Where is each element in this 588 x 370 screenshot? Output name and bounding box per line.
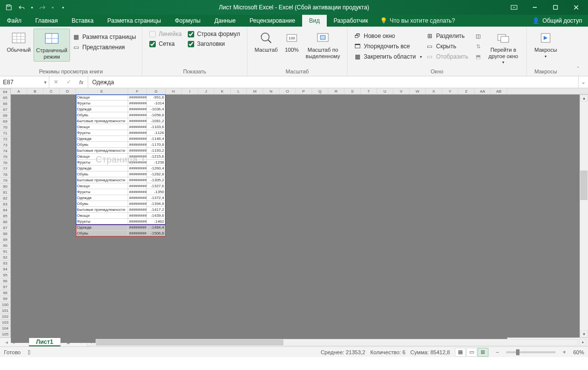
cell[interactable]	[27, 154, 43, 160]
cell[interactable]	[263, 124, 279, 130]
cell[interactable]	[475, 254, 491, 260]
cell[interactable]: -1036,4	[147, 106, 166, 112]
cell[interactable]	[231, 242, 247, 248]
cell[interactable]	[182, 231, 198, 236]
cell[interactable]: ########	[128, 225, 147, 231]
cell[interactable]	[296, 136, 312, 142]
cell[interactable]	[361, 331, 377, 337]
cell[interactable]	[60, 325, 76, 331]
cell[interactable]	[328, 154, 345, 160]
cell[interactable]	[60, 331, 76, 337]
cell[interactable]	[231, 189, 247, 195]
cell[interactable]	[182, 136, 198, 142]
cell[interactable]	[426, 242, 442, 248]
cell[interactable]	[214, 195, 231, 201]
cell[interactable]	[491, 266, 507, 272]
row-header[interactable]: 77	[0, 166, 10, 172]
cell[interactable]	[426, 177, 442, 183]
cell[interactable]	[11, 177, 27, 183]
cell[interactable]	[442, 213, 458, 219]
sheet-tab-1[interactable]: Лист1	[29, 338, 61, 346]
cell[interactable]	[231, 130, 247, 136]
cell[interactable]	[491, 95, 507, 101]
cell[interactable]	[76, 260, 128, 266]
cell[interactable]	[426, 254, 442, 260]
cell[interactable]	[475, 272, 491, 278]
cell[interactable]	[410, 154, 426, 160]
cell[interactable]: -1193,2	[147, 148, 166, 154]
row-header[interactable]: 86	[0, 219, 10, 225]
cell[interactable]: ########	[128, 177, 147, 183]
cell[interactable]	[475, 248, 491, 254]
col-header[interactable]: E	[76, 88, 128, 94]
col-header[interactable]: R	[328, 88, 345, 94]
cell[interactable]	[475, 101, 491, 106]
cell[interactable]	[377, 272, 393, 278]
cell[interactable]	[361, 166, 377, 171]
col-header[interactable]: F	[128, 88, 147, 94]
cell[interactable]	[442, 290, 458, 296]
cell[interactable]	[214, 124, 231, 130]
cell[interactable]	[11, 154, 27, 160]
cell[interactable]	[279, 118, 296, 124]
cell[interactable]	[296, 213, 312, 219]
cell[interactable]	[491, 183, 507, 189]
cell[interactable]	[410, 148, 426, 154]
cell[interactable]	[214, 307, 231, 313]
cell[interactable]	[27, 195, 43, 201]
cell[interactable]	[60, 337, 76, 343]
cell[interactable]	[263, 213, 279, 219]
cell[interactable]	[312, 325, 328, 331]
cell[interactable]	[279, 225, 296, 231]
cell[interactable]	[475, 136, 491, 142]
row-header[interactable]: 71	[0, 131, 10, 136]
horizontal-scrollbar[interactable]	[96, 339, 578, 346]
cell[interactable]	[458, 266, 475, 272]
cell[interactable]	[263, 290, 279, 296]
row-header[interactable]: 80	[0, 184, 10, 190]
zoom-in-button[interactable]: +	[560, 348, 568, 356]
row-header[interactable]: 94	[0, 267, 10, 272]
cell[interactable]	[426, 171, 442, 177]
cell[interactable]	[60, 225, 76, 231]
cell[interactable]	[361, 248, 377, 254]
tab-home[interactable]: Главная	[29, 15, 65, 27]
cell[interactable]	[361, 130, 377, 136]
cell[interactable]	[60, 130, 76, 136]
cell[interactable]	[27, 142, 43, 148]
cell[interactable]	[128, 278, 147, 284]
cell[interactable]	[11, 337, 27, 343]
cell[interactable]	[247, 95, 263, 101]
cell[interactable]	[475, 307, 491, 313]
cell[interactable]	[198, 248, 214, 254]
cell[interactable]: ########	[128, 101, 147, 106]
cell[interactable]	[393, 177, 410, 183]
cell[interactable]	[328, 272, 345, 278]
cell[interactable]	[442, 160, 458, 166]
qat-customize-icon[interactable]: ▾	[58, 2, 68, 12]
cell[interactable]	[458, 142, 475, 148]
cell[interactable]	[43, 290, 60, 296]
cell[interactable]	[442, 195, 458, 201]
cell[interactable]	[214, 254, 231, 260]
cell[interactable]	[312, 213, 328, 219]
zoom-slider[interactable]	[506, 351, 555, 353]
cell[interactable]	[491, 272, 507, 278]
cell[interactable]	[263, 112, 279, 118]
cell[interactable]	[182, 325, 198, 331]
cell[interactable]	[328, 195, 345, 201]
cell[interactable]	[328, 177, 345, 183]
cell[interactable]	[182, 284, 198, 290]
cell[interactable]	[345, 130, 361, 136]
row-header[interactable]: 99	[0, 296, 10, 302]
cell[interactable]	[410, 331, 426, 337]
cell[interactable]	[128, 313, 147, 319]
cell[interactable]	[147, 325, 166, 331]
cell[interactable]	[231, 302, 247, 307]
cell[interactable]	[491, 278, 507, 284]
cell[interactable]	[214, 112, 231, 118]
cell[interactable]	[426, 260, 442, 266]
cell[interactable]	[182, 242, 198, 248]
cell[interactable]	[393, 124, 410, 130]
cell[interactable]	[263, 148, 279, 154]
